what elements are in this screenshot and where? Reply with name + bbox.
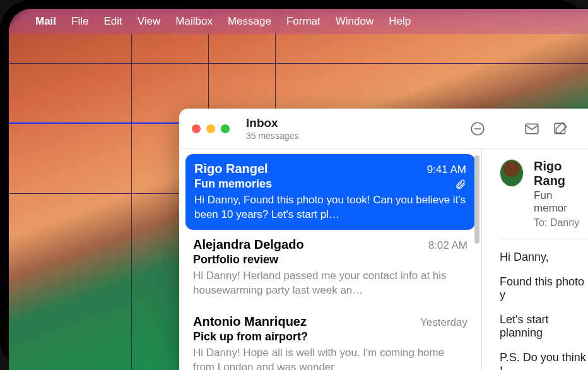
message-reader: Rigo Rang Fun memor To: Danny Hi Danny, … [482,149,588,370]
minimize-button[interactable] [206,124,215,133]
menubar-item-format[interactable]: Format [286,15,320,28]
menubar-item-file[interactable]: File [71,15,88,28]
reader-body-line: P.S. Do you think I [500,351,588,370]
message-time: 8:02 AM [428,239,467,252]
reader-subject: Fun memor [534,189,588,215]
divider [500,239,588,239]
reader-to: To: Danny [534,217,588,229]
new-mail-button[interactable] [517,117,546,140]
message-row[interactable]: Antonio Manriquez Yesterday Pick up from… [179,307,481,370]
title-stack: Inbox 35 messages [246,116,298,141]
message-subject: Pick up from airport? [193,330,308,343]
reader-from: Rigo Rang [534,159,588,188]
message-time: Yesterday [420,316,467,329]
window-controls [192,124,230,133]
svg-rect-1 [526,124,538,133]
reader-body-line: Found this photo y [500,275,588,302]
mailbox-subtitle: 35 messages [246,131,298,141]
reader-to-label: To: [534,217,547,228]
menubar-app[interactable]: Mail [35,15,56,28]
menubar-item-help[interactable]: Help [389,15,411,28]
reader-body-line: Let's start planning [500,313,588,340]
attachment-icon [455,179,466,190]
avatar [500,159,524,187]
titlebar: Inbox 35 messages [179,109,588,149]
message-row[interactable]: Rigo Rangel 9:41 AM Fun memories Hi Dann… [185,154,475,230]
content-area: Rigo Rangel 9:41 AM Fun memories Hi Dann… [179,149,588,370]
message-subject: Portfolio review [193,253,278,266]
desktop: Mail File Edit View Mailbox Message Form… [9,9,588,370]
reader-body-line: Hi Danny, [500,251,588,264]
menubar-item-edit[interactable]: Edit [103,15,122,28]
guide-line [9,63,588,64]
menubar-item-window[interactable]: Window [336,15,373,28]
reader-header: Rigo Rang Fun memor To: Danny [500,159,588,229]
message-sender: Rigo Rangel [194,162,268,176]
mailbox-title: Inbox [246,116,298,131]
mail-window: Inbox 35 messages [179,109,588,370]
message-sender: Alejandra Delgado [193,237,304,252]
reader-to-value: Danny [550,217,579,228]
message-row[interactable]: Alejandra Delgado 8:02 AM Portfolio revi… [179,230,481,307]
close-button[interactable] [192,124,201,133]
menubar: Mail File Edit View Mailbox Message Form… [9,9,588,34]
message-preview: Hi Danny, Found this photo you took! Can… [194,193,466,222]
message-preview: Hi Danny! Hope all is well with you. I'm… [193,346,467,370]
compose-button[interactable] [546,117,575,140]
menubar-item-view[interactable]: View [138,15,161,28]
message-preview: Hi Danny! Herland passed me your contact… [193,269,467,298]
filter-button[interactable] [463,117,492,140]
menubar-item-mailbox[interactable]: Mailbox [175,15,213,28]
message-subject: Fun memories [194,177,272,191]
guide-line [131,9,132,370]
message-time: 9:41 AM [427,164,466,176]
scrollbar[interactable] [474,155,479,244]
message-list[interactable]: Rigo Rangel 9:41 AM Fun memories Hi Dann… [179,149,482,370]
device-bezel: Mail File Edit View Mailbox Message Form… [0,0,588,370]
menubar-item-message[interactable]: Message [228,15,271,28]
message-sender: Antonio Manriquez [193,314,307,329]
zoom-button[interactable] [221,124,230,133]
